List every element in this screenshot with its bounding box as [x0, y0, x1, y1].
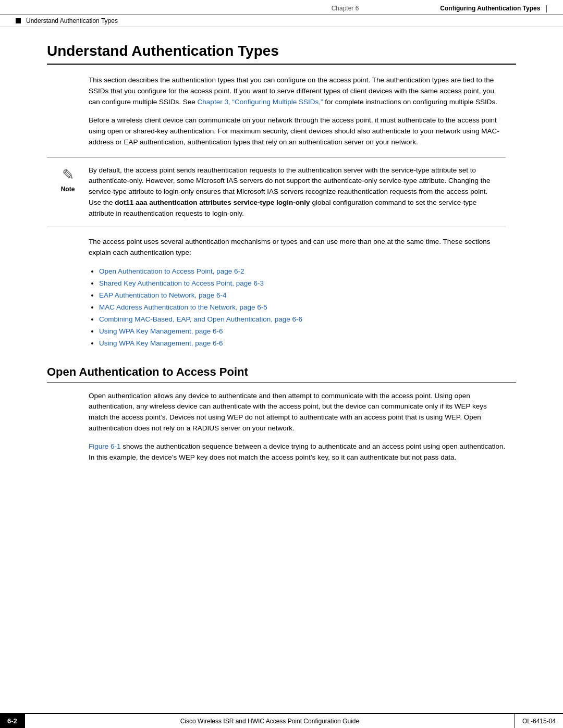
breadcrumb-bullet	[16, 18, 21, 23]
bullet-link-2[interactable]: Shared Key Authentication to Access Poin…	[99, 279, 264, 287]
note-bold-text: dot11 aaa authentication attributes serv…	[115, 199, 310, 206]
section2-paragraph-2: Figure 6-1 shows the authentication sequ…	[89, 441, 506, 463]
bullet-link-5[interactable]: Combining MAC-Based, EAP, and Open Authe…	[99, 315, 302, 323]
footer-doc-number: OL-6415-04	[515, 714, 563, 728]
section2-title: Open Authentication to Access Point	[47, 365, 516, 382]
intro-paragraph-2: Before a wireless client device can comm…	[89, 115, 506, 148]
list-item: Using WPA Key Management, page 6-6	[99, 338, 506, 350]
header-title: Configuring Authentication Types	[440, 5, 540, 12]
main-content: Understand Authentication Types This sec…	[0, 27, 563, 502]
note-box: ✎ Note By default, the access point send…	[47, 157, 506, 228]
intro-paragraph-1: This section describes the authenticatio…	[89, 75, 506, 108]
figure6-1-link[interactable]: Figure 6-1	[89, 442, 121, 450]
header-bar: Chapter 6 Configuring Authentication Typ…	[0, 0, 563, 15]
page-title: Understand Authentication Types	[47, 43, 516, 65]
footer-page-number: 6-2	[0, 714, 25, 728]
list-item: Using WPA Key Management, page 6-6	[99, 326, 506, 338]
list-item: EAP Authentication to Network, page 6-4	[99, 290, 506, 302]
list-item: Open Authentication to Access Point, pag…	[99, 266, 506, 278]
footer-center-text: Cisco Wireless ISR and HWIC Access Point…	[25, 714, 515, 728]
bullet-link-1[interactable]: Open Authentication to Access Point, pag…	[99, 267, 244, 275]
footer: 6-2 Cisco Wireless ISR and HWIC Access P…	[0, 713, 563, 728]
header-chapter: Chapter 6	[332, 5, 359, 12]
breadcrumb: Understand Authentication Types	[0, 15, 563, 27]
bullet-link-6[interactable]: Using WPA Key Management, page 6-6	[99, 327, 223, 335]
list-item: Combining MAC-Based, EAP, and Open Authe…	[99, 314, 506, 326]
note-pencil-icon: ✎	[62, 166, 74, 183]
bullet-link-7[interactable]: Using WPA Key Management, page 6-6	[99, 339, 223, 347]
list-item: MAC Address Authentication to the Networ…	[99, 302, 506, 314]
section2-paragraph-1: Open authentication allows any device to…	[89, 391, 506, 435]
mechanisms-paragraph: The access point uses several authentica…	[89, 237, 506, 258]
bullet-list: Open Authentication to Access Point, pag…	[99, 266, 506, 350]
note-icon-area: ✎ Note	[47, 165, 89, 193]
chapter3-link[interactable]: Chapter 3, “Configuring Multiple SSIDs,”	[198, 98, 323, 106]
bullet-link-4[interactable]: MAC Address Authentication to the Networ…	[99, 303, 267, 311]
note-label: Note	[61, 186, 75, 193]
breadcrumb-label: Understand Authentication Types	[26, 17, 118, 24]
list-item: Shared Key Authentication to Access Poin…	[99, 278, 506, 290]
note-text: By default, the access point sends reaut…	[89, 165, 495, 220]
bullet-link-3[interactable]: EAP Authentication to Network, page 6-4	[99, 291, 226, 299]
